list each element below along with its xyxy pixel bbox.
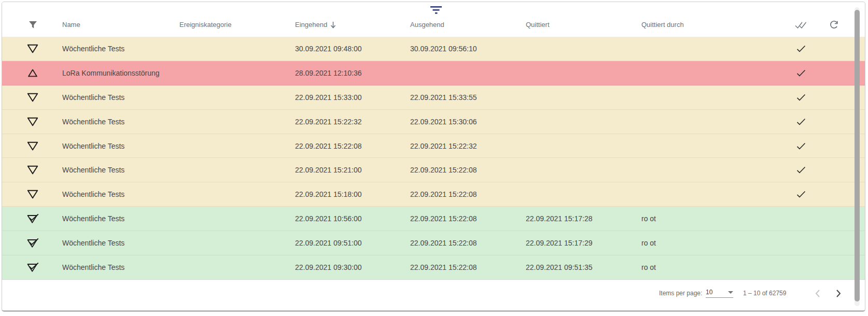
alarm-table-card: Name Ereigniskategorie Eingehend Ausgehe… bbox=[2, 2, 865, 312]
items-per-page-label: Items per page: bbox=[659, 290, 702, 297]
cell-ausgehend: 22.09.2021 15:22:08 bbox=[410, 166, 477, 174]
column-header-quittiert-durch[interactable]: Quittiert durch bbox=[641, 21, 684, 28]
table-row[interactable]: Wöchentliche Tests22.09.2021 15:22:3222.… bbox=[2, 110, 865, 134]
cell-ausgehend: 22.09.2021 15:22:08 bbox=[410, 263, 477, 271]
table-row[interactable]: Wöchentliche Tests22.09.2021 15:18:0022.… bbox=[2, 182, 865, 207]
row-checked-icon bbox=[792, 142, 810, 150]
column-header-name[interactable]: Name bbox=[62, 21, 80, 28]
cell-eingehend: 22.09.2021 15:22:32 bbox=[295, 118, 361, 126]
table-row[interactable]: Wöchentliche Tests22.09.2021 09:51:0022.… bbox=[2, 231, 865, 255]
cell-eingehend: 22.09.2021 15:21:00 bbox=[295, 166, 361, 174]
chevron-left-icon bbox=[815, 289, 820, 298]
triangle-up-icon bbox=[23, 69, 42, 77]
cell-eingehend: 22.09.2021 15:33:00 bbox=[295, 93, 361, 102]
cell-quittiert: 22.09.2021 15:17:28 bbox=[526, 214, 592, 223]
cell-quittiert-durch: ro ot bbox=[641, 263, 656, 271]
items-per-page-value: 10 bbox=[706, 289, 712, 296]
row-checked-icon bbox=[792, 45, 810, 52]
triangle-down-icon bbox=[23, 141, 42, 151]
row-checked-icon bbox=[792, 191, 810, 198]
cell-ausgehend: 22.09.2021 15:22:08 bbox=[410, 190, 477, 198]
table-header: Name Ereigniskategorie Eingehend Ausgehe… bbox=[2, 2, 865, 37]
row-checked-icon bbox=[792, 69, 810, 77]
cell-eingehend: 28.09.2021 12:10:36 bbox=[295, 69, 361, 77]
cell-name: Wöchentliche Tests bbox=[62, 214, 124, 223]
paginator: Items per page: 10 1 – 10 of 62759 bbox=[2, 285, 865, 301]
cell-eingehend: 30.09.2021 09:48:00 bbox=[295, 45, 361, 53]
scrollbar-thumb[interactable] bbox=[855, 10, 860, 301]
cell-quittiert: 22.09.2021 15:17:29 bbox=[526, 239, 592, 247]
table-row[interactable]: LoRa Kommunikationsstörung28.09.2021 12:… bbox=[2, 61, 865, 85]
table-row[interactable]: Wöchentliche Tests30.09.2021 09:48:0030.… bbox=[2, 37, 865, 61]
triangle-down-icon bbox=[23, 44, 42, 53]
table-row[interactable]: Wöchentliche Tests22.09.2021 15:22:0822.… bbox=[2, 134, 865, 159]
sort-desc-icon bbox=[330, 21, 336, 28]
cell-quittiert-durch: ro ot bbox=[641, 214, 656, 223]
chevron-right-icon bbox=[836, 289, 841, 298]
double-check-icon bbox=[795, 21, 807, 29]
triangle-down-icon bbox=[23, 190, 42, 199]
cell-name: LoRa Kommunikationsstörung bbox=[62, 69, 160, 77]
cell-name: Wöchentliche Tests bbox=[62, 239, 124, 247]
cell-name: Wöchentliche Tests bbox=[62, 142, 124, 150]
column-header-ausgehend[interactable]: Ausgehend bbox=[410, 21, 444, 28]
cell-eingehend: 22.09.2021 09:51:00 bbox=[295, 239, 361, 247]
column-header-eingehend[interactable]: Eingehend bbox=[295, 21, 336, 28]
triangle-down-check-icon bbox=[23, 214, 42, 224]
cell-ausgehend: 30.09.2021 09:56:10 bbox=[410, 45, 477, 53]
refresh-button[interactable] bbox=[825, 18, 841, 32]
scrollbar-track[interactable] bbox=[855, 7, 860, 306]
previous-page-button bbox=[811, 286, 824, 300]
cell-name: Wöchentliche Tests bbox=[62, 118, 124, 126]
column-header-ereigniskategorie[interactable]: Ereigniskategorie bbox=[179, 21, 231, 28]
cell-eingehend: 22.09.2021 15:22:08 bbox=[295, 142, 361, 150]
cell-quittiert-durch: ro ot bbox=[641, 239, 656, 247]
cell-name: Wöchentliche Tests bbox=[62, 263, 124, 271]
cell-ausgehend: 22.09.2021 15:22:32 bbox=[410, 142, 477, 150]
table-row[interactable]: Wöchentliche Tests22.09.2021 09:30:0022.… bbox=[2, 255, 865, 280]
cell-eingehend: 22.09.2021 15:18:00 bbox=[295, 190, 361, 198]
cell-name: Wöchentliche Tests bbox=[62, 190, 124, 198]
cell-ausgehend: 22.09.2021 15:22:08 bbox=[410, 214, 477, 223]
cell-name: Wöchentliche Tests bbox=[62, 45, 124, 53]
filter-funnel-button[interactable] bbox=[23, 18, 42, 32]
table-body: Wöchentliche Tests30.09.2021 09:48:0030.… bbox=[2, 37, 865, 280]
cell-eingehend: 22.09.2021 10:56:00 bbox=[295, 214, 361, 223]
cell-eingehend: 22.09.2021 09:30:00 bbox=[295, 263, 361, 271]
table-row[interactable]: Wöchentliche Tests22.09.2021 15:21:0022.… bbox=[2, 158, 865, 182]
items-per-page-select[interactable]: 10 bbox=[706, 289, 733, 298]
table-row[interactable]: Wöchentliche Tests22.09.2021 15:33:0022.… bbox=[2, 85, 865, 110]
row-checked-icon bbox=[792, 166, 810, 174]
triangle-down-icon bbox=[23, 165, 42, 175]
column-header-eingehend-label: Eingehend bbox=[295, 21, 327, 28]
cell-ausgehend: 22.09.2021 15:33:55 bbox=[410, 93, 477, 102]
table-row[interactable]: Wöchentliche Tests22.09.2021 10:56:0022.… bbox=[2, 207, 865, 231]
page-range-label: 1 – 10 of 62759 bbox=[743, 290, 786, 297]
dropdown-caret-icon bbox=[728, 291, 733, 294]
row-checked-icon bbox=[792, 118, 810, 125]
row-checked-icon bbox=[792, 94, 810, 101]
acknowledge-all-button[interactable] bbox=[793, 18, 809, 32]
cell-name: Wöchentliche Tests bbox=[62, 166, 124, 174]
filter-list-button[interactable] bbox=[428, 4, 444, 16]
cell-ausgehend: 22.09.2021 15:22:08 bbox=[410, 239, 477, 247]
funnel-icon bbox=[29, 21, 37, 29]
triangle-down-check-icon bbox=[23, 262, 42, 272]
column-header-quittiert[interactable]: Quittiert bbox=[526, 21, 550, 28]
triangle-down-check-icon bbox=[23, 238, 42, 248]
cell-ausgehend: 22.09.2021 15:30:06 bbox=[410, 118, 477, 126]
triangle-down-icon bbox=[23, 92, 42, 102]
filter-list-icon bbox=[430, 5, 442, 15]
triangle-down-icon bbox=[23, 117, 42, 126]
refresh-icon bbox=[829, 20, 838, 30]
cell-quittiert: 22.09.2021 09:51:35 bbox=[526, 263, 592, 271]
cell-name: Wöchentliche Tests bbox=[62, 93, 124, 102]
next-page-button[interactable] bbox=[832, 286, 845, 300]
